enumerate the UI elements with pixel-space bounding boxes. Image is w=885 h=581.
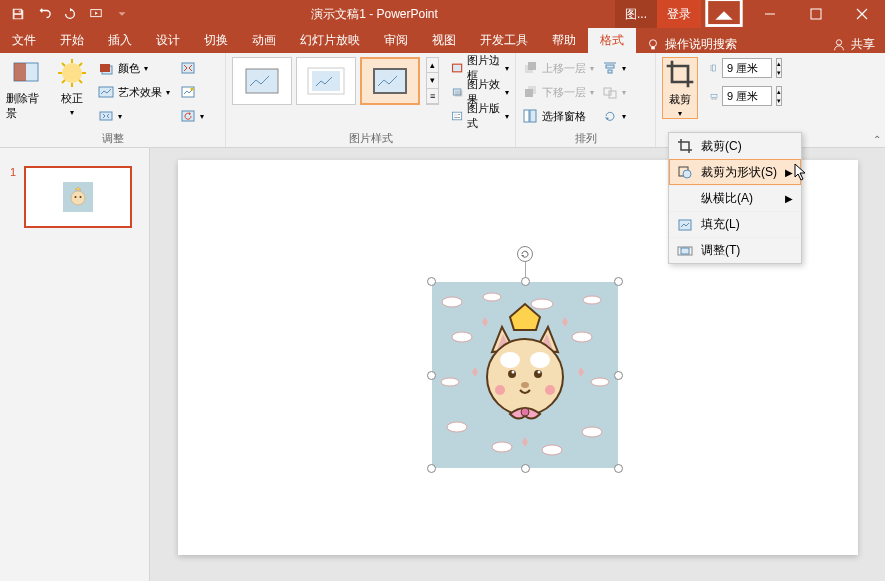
svg-rect-49 bbox=[713, 65, 716, 71]
collapse-ribbon-button[interactable]: ⌃ bbox=[873, 134, 881, 145]
send-backward-button[interactable]: 下移一层 ▾ bbox=[522, 81, 594, 103]
effects-icon bbox=[451, 84, 463, 100]
bring-forward-button[interactable]: 上移一层 ▾ bbox=[522, 57, 594, 79]
tab-insert[interactable]: 插入 bbox=[96, 28, 144, 53]
resize-handle-ne[interactable] bbox=[614, 277, 623, 286]
align-button[interactable]: ▾ bbox=[602, 57, 626, 79]
redo-button[interactable] bbox=[58, 2, 82, 26]
rotation-handle[interactable] bbox=[517, 246, 533, 262]
tab-help[interactable]: 帮助 bbox=[540, 28, 588, 53]
mouse-cursor bbox=[794, 163, 810, 183]
compress-reset-row[interactable]: ▾ bbox=[98, 105, 170, 127]
tab-review[interactable]: 审阅 bbox=[372, 28, 420, 53]
color-button[interactable]: 颜色 ▾ bbox=[98, 57, 170, 79]
height-input[interactable] bbox=[722, 58, 772, 78]
submenu-arrow-icon: ▶ bbox=[785, 193, 793, 204]
lightbulb-icon bbox=[646, 38, 660, 52]
fill-menuitem[interactable]: 填充(L) bbox=[669, 211, 801, 237]
resize-handle-w[interactable] bbox=[427, 371, 436, 380]
svg-rect-33 bbox=[455, 90, 463, 96]
selected-picture[interactable] bbox=[432, 282, 618, 468]
adjust-group-label: 调整 bbox=[6, 131, 219, 145]
resize-handle-s[interactable] bbox=[521, 464, 530, 473]
group-button[interactable]: ▾ bbox=[602, 81, 626, 103]
svg-rect-42 bbox=[524, 110, 529, 122]
svg-rect-50 bbox=[711, 95, 717, 98]
remove-background-button[interactable]: 删除背景 bbox=[6, 57, 46, 121]
svg-point-54 bbox=[80, 196, 82, 198]
resize-handle-se[interactable] bbox=[614, 464, 623, 473]
width-input[interactable] bbox=[722, 86, 772, 106]
share-button[interactable]: 共享 bbox=[822, 36, 885, 53]
maximize-button[interactable] bbox=[793, 0, 839, 28]
svg-line-17 bbox=[79, 63, 82, 66]
tab-view[interactable]: 视图 bbox=[420, 28, 468, 53]
tab-transitions[interactable]: 切换 bbox=[192, 28, 240, 53]
resize-handle-nw[interactable] bbox=[427, 277, 436, 286]
height-spinner[interactable]: ▴▾ bbox=[776, 58, 782, 78]
crop-button[interactable]: 裁剪 ▾ bbox=[662, 57, 698, 119]
svg-rect-31 bbox=[453, 64, 462, 72]
svg-point-77 bbox=[545, 385, 555, 395]
ribbon-options-button[interactable] bbox=[701, 0, 747, 28]
styles-group-label: 图片样式 bbox=[232, 131, 509, 145]
resize-handle-sw[interactable] bbox=[427, 464, 436, 473]
picture-effects-button[interactable]: 图片效果 ▾ bbox=[451, 81, 509, 103]
slide-thumbnail-1[interactable] bbox=[24, 166, 132, 228]
palette-icon bbox=[98, 60, 114, 76]
crop-menuitem[interactable]: 裁剪(C) bbox=[669, 133, 801, 159]
minimize-button[interactable] bbox=[747, 0, 793, 28]
save-button[interactable] bbox=[6, 2, 30, 26]
svg-rect-35 bbox=[454, 114, 457, 116]
style-item-3[interactable] bbox=[360, 57, 420, 105]
height-input-row: ▴▾ bbox=[710, 57, 782, 79]
svg-point-66 bbox=[542, 445, 562, 455]
svg-line-18 bbox=[62, 80, 65, 83]
width-spinner[interactable]: ▴▾ bbox=[776, 86, 782, 106]
undo-button[interactable] bbox=[32, 2, 56, 26]
tab-design[interactable]: 设计 bbox=[144, 28, 192, 53]
artistic-effects-button[interactable]: 艺术效果 ▾ bbox=[98, 81, 170, 103]
crop-to-shape-menuitem[interactable]: 裁剪为形状(S) ▶ bbox=[669, 159, 801, 185]
search-help[interactable]: 操作说明搜索 bbox=[636, 36, 747, 53]
picture-border-button[interactable]: 图片边框 ▾ bbox=[451, 57, 509, 79]
rotate-button[interactable]: ▾ bbox=[602, 105, 626, 127]
gallery-spinner[interactable]: ▴▾≡ bbox=[426, 57, 439, 105]
svg-point-62 bbox=[441, 378, 459, 386]
login-button[interactable]: 登录 bbox=[657, 0, 701, 28]
picture-styles-gallery[interactable] bbox=[232, 57, 420, 105]
style-item-1[interactable] bbox=[232, 57, 292, 105]
svg-point-76 bbox=[495, 385, 505, 395]
tab-slideshow[interactable]: 幻灯片放映 bbox=[288, 28, 372, 53]
picture-layout-button[interactable]: 图片版式 ▾ bbox=[451, 105, 509, 127]
tab-animations[interactable]: 动画 bbox=[240, 28, 288, 53]
svg-point-52 bbox=[71, 191, 85, 205]
aspect-ratio-menuitem[interactable]: 纵横比(A) ▶ bbox=[669, 185, 801, 211]
style-item-2[interactable] bbox=[296, 57, 356, 105]
resize-handle-e[interactable] bbox=[614, 371, 623, 380]
svg-rect-9 bbox=[14, 63, 26, 81]
contextual-tab-label[interactable]: 图... bbox=[615, 0, 657, 28]
tab-format[interactable]: 格式 bbox=[588, 28, 636, 53]
tab-home[interactable]: 开始 bbox=[48, 28, 96, 53]
width-icon bbox=[710, 92, 718, 100]
slide-thumbnail-panel: 1 bbox=[0, 148, 150, 581]
selection-pane-button[interactable]: 选择窗格 bbox=[522, 105, 594, 127]
change-picture-button[interactable] bbox=[180, 81, 204, 103]
svg-point-69 bbox=[500, 352, 520, 368]
corrections-button[interactable]: 校正 ▾ bbox=[52, 57, 92, 117]
compress-pictures-button[interactable] bbox=[180, 57, 204, 79]
svg-point-67 bbox=[582, 427, 602, 437]
tab-developer[interactable]: 开发工具 bbox=[468, 28, 540, 53]
reset-picture-button[interactable]: ▾ bbox=[180, 105, 204, 127]
tab-file[interactable]: 文件 bbox=[0, 28, 48, 53]
slideshow-start-button[interactable] bbox=[84, 2, 108, 26]
svg-point-65 bbox=[492, 442, 512, 452]
share-icon bbox=[832, 38, 846, 52]
qat-customize[interactable] bbox=[110, 2, 134, 26]
resize-handle-n[interactable] bbox=[521, 277, 530, 286]
svg-point-57 bbox=[483, 293, 501, 301]
svg-point-78 bbox=[521, 408, 529, 416]
fit-menuitem[interactable]: 调整(T) bbox=[669, 237, 801, 263]
close-button[interactable] bbox=[839, 0, 885, 28]
